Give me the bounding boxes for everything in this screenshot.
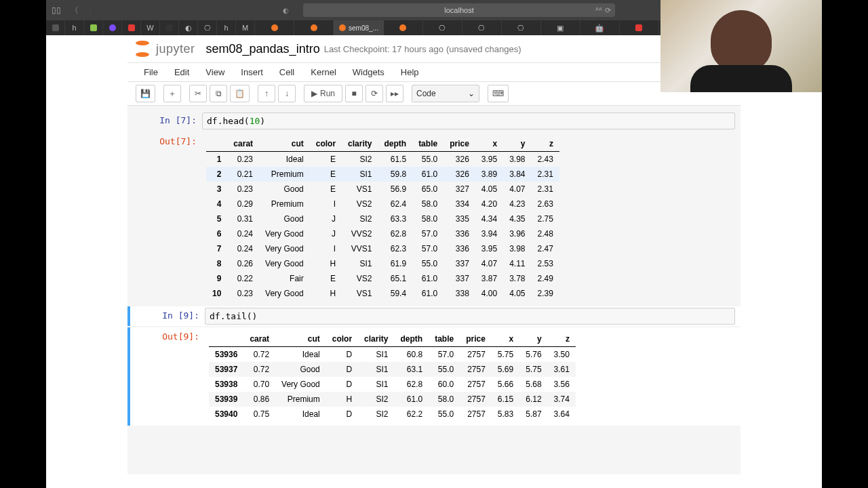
menu-view[interactable]: View [197,63,233,81]
active-tab[interactable]: sem08_... [334,20,384,35]
notebook-title[interactable]: sem08_pandas_intro [206,42,320,56]
fav-icon[interactable] [620,20,659,35]
reload-icon[interactable]: ⟳ [605,6,611,15]
in-prompt: In [9]: [130,308,205,325]
cell-value: Very Good [275,377,326,392]
fav-icon[interactable]: W [141,20,160,35]
jupyter-logo[interactable]: jupyter [133,39,195,58]
row-index: 10 [206,286,227,301]
code-cell-selected[interactable]: In [9]: df.tail() [127,306,741,326]
cell-value: VVS2 [342,226,378,241]
cell-value: 55.0 [412,256,443,271]
stop-button[interactable]: ■ [345,85,363,102]
cell-value: 3.94 [475,226,503,241]
fav-icon[interactable]: ◐ [179,20,198,35]
menu-file[interactable]: File [136,63,166,81]
cell-value: 5.76 [519,347,547,363]
fav-icon[interactable]: h [217,20,236,35]
restart-run-button[interactable]: ▸▸ [386,85,403,102]
fav-icon[interactable]: ⎔ [462,20,502,35]
address-bar[interactable]: ◐ localhost ᴬᴬ ⟳ [303,3,615,17]
fav-icon[interactable]: 🤖 [580,20,620,35]
command-palette-button[interactable]: ⌨ [488,85,509,102]
cell-value: 326 [443,152,475,167]
cell-value: 62.8 [394,377,429,392]
cell-value: 4.11 [503,256,531,271]
fav-icon[interactable] [255,20,294,35]
menu-edit[interactable]: Edit [166,63,197,81]
menu-insert[interactable]: Insert [233,63,271,81]
cell-value: 0.86 [243,392,275,407]
cell-value: 58.0 [429,392,460,407]
cell-value: 3.78 [503,271,531,286]
cell-value: 0.70 [243,377,275,392]
cell-value: 0.26 [227,256,259,271]
sidebar-toggle-icon[interactable]: ▯▯ [52,5,61,15]
checkpoint-text: Last Checkpoint: 17 hours ago [324,44,443,54]
cell-value: 5.83 [492,407,519,422]
cell-value: 2.48 [532,226,559,241]
cell-value: SI1 [358,362,394,377]
cell-value: VS1 [342,182,378,197]
menu-cell[interactable]: Cell [271,63,302,81]
fav-icon[interactable]: M [236,20,255,35]
cell-value: H [310,256,342,271]
celltype-select[interactable]: Code⌄ [412,85,479,102]
cell-value: 0.23 [227,152,259,167]
cell-value: 3.89 [475,167,503,182]
cell-value: 57.0 [429,347,460,363]
save-button[interactable]: 💾 [136,85,155,102]
fav-icon[interactable]: ⎔ [198,20,217,35]
move-up-button[interactable]: ↑ [258,85,275,102]
fav-icon[interactable] [160,20,179,35]
cut-button[interactable]: ✂ [189,85,207,102]
cell-value: 5.69 [492,362,519,377]
fav-icon[interactable] [122,20,141,35]
cell-value: 3.74 [548,392,576,407]
cell-value: 61.9 [378,256,412,271]
restart-button[interactable]: ⟳ [366,85,383,102]
cell-value: 6.12 [519,392,547,407]
cell-value: VS2 [342,271,378,286]
cell-value: 62.8 [378,226,412,241]
cell-value: I [310,197,342,211]
menu-help[interactable]: Help [393,63,427,81]
move-down-button[interactable]: ↓ [278,85,296,102]
cell-value: 3.61 [548,362,576,377]
run-button[interactable]: ▶ Run [304,85,342,102]
cell-value: 336 [443,226,475,241]
add-cell-button[interactable]: ＋ [163,85,181,102]
cell-value: Ideal [259,152,310,167]
menu-widgets[interactable]: Widgets [344,63,393,81]
dataframe-table: caratcutcolorclaritydepthtablepricexyz10… [206,136,559,301]
cell-value: 337 [443,256,475,271]
cell-value: 55.0 [412,152,443,167]
fav-icon[interactable]: ⎔ [502,20,541,35]
cell-value: 55.0 [429,407,460,422]
fav-icon[interactable] [103,20,122,35]
fav-icon[interactable]: ⎔ [423,20,462,35]
cell-value: 0.72 [243,362,275,377]
row-index: 1 [206,152,227,167]
cell-value: E [310,182,342,197]
fav-icon[interactable] [384,20,423,35]
fav-icon[interactable] [84,20,103,35]
cell-value: 2757 [460,392,492,407]
code-input[interactable]: df.tail() [205,308,735,325]
cell-value: SI1 [342,256,378,271]
cell-value: D [326,347,358,363]
menu-kernel[interactable]: Kernel [302,63,344,81]
back-icon[interactable]: 〈 [71,5,79,16]
fav-icon[interactable] [46,20,65,35]
cell-value: 4.07 [503,182,531,197]
cell-value: SI2 [342,152,378,167]
reader-icon[interactable]: ᴬᴬ [595,6,602,15]
code-input[interactable]: df.head(10) [202,113,735,129]
fav-icon[interactable]: h [65,20,84,35]
paste-button[interactable]: 📋 [230,85,250,102]
copy-button[interactable]: ⧉ [210,85,227,102]
fav-icon[interactable] [294,20,334,35]
cell-value: D [326,362,358,377]
code-cell[interactable]: In [7]: df.head(10) [127,111,741,131]
fav-icon[interactable]: ▣ [541,20,580,35]
